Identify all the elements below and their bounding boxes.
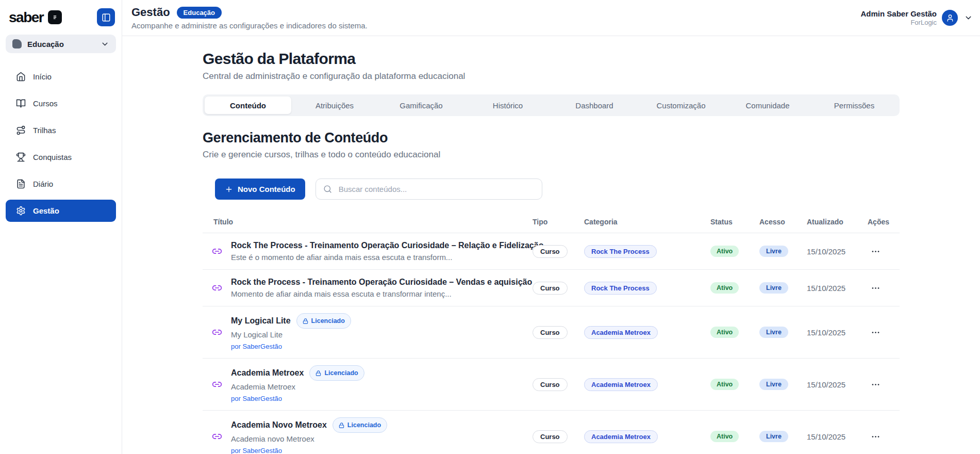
tab-permissoes[interactable]: Permissões — [811, 96, 898, 114]
content-title: Rock The Process - Treinamento Operação … — [231, 240, 543, 251]
content-title: Academia Novo Metroex — [231, 419, 327, 431]
licensed-badge: Licenciado — [333, 417, 387, 433]
sidebar-item-inicio[interactable]: Início — [6, 66, 116, 88]
panel-left-icon — [102, 13, 111, 22]
tab-atribuicoes[interactable]: Atribuições — [291, 96, 378, 114]
tab-conteudo[interactable]: Conteúdo — [205, 96, 291, 114]
header-title: Gestão — [131, 6, 170, 19]
logo-row: saber — [6, 7, 116, 35]
page-title: Gestão da Plataforma — [203, 50, 900, 68]
tab-gamificacao[interactable]: Gamificação — [378, 96, 464, 114]
workspace-label: Educação — [27, 40, 64, 48]
saber-logo-badge-icon — [48, 10, 62, 24]
tab-historico[interactable]: Histórico — [464, 96, 551, 114]
content-author-link[interactable]: por SaberGestão — [231, 342, 351, 351]
sidebar-item-trilhas[interactable]: Trilhas — [6, 119, 116, 141]
access-badge: Livre — [759, 246, 788, 257]
lock-icon — [315, 370, 321, 376]
sidebar-toggle-button[interactable] — [97, 8, 115, 26]
content-title: Rock the Process - Treinamento Operação … — [231, 277, 532, 288]
new-content-button[interactable]: Novo Conteúdo — [215, 179, 305, 200]
updated-date: 15/10/2025 — [807, 432, 868, 441]
workspace-selector[interactable]: Educação — [6, 35, 116, 53]
file-text-icon — [16, 179, 26, 189]
content-table: TítuloTipoCategoriaStatusAcessoAtualizad… — [203, 215, 900, 454]
category-badge[interactable]: Rock The Process — [584, 245, 657, 258]
user-icon — [946, 14, 954, 22]
trophy-icon — [16, 152, 26, 162]
content-author-link[interactable]: por SaberGestão — [231, 446, 387, 454]
row-actions-button[interactable] — [868, 378, 884, 392]
status-badge: Ativo — [710, 327, 739, 338]
section-title: Gerenciamento de Conteúdo — [203, 130, 900, 146]
content-title: My Logical Lite — [231, 315, 291, 327]
access-badge: Livre — [759, 327, 788, 338]
status-badge: Ativo — [710, 431, 739, 442]
access-badge: Livre — [759, 282, 788, 294]
row-actions-button[interactable] — [868, 281, 884, 295]
header-context-badge: Educação — [177, 7, 222, 19]
sidebar-item-gestao[interactable]: Gestão — [6, 200, 116, 222]
main-content: Gestão da Plataforma Central de administ… — [122, 36, 980, 454]
tab-dashboard[interactable]: Dashboard — [551, 96, 638, 114]
user-menu-chevron-down-icon[interactable] — [963, 12, 974, 23]
search-icon — [323, 185, 332, 193]
link-icon — [212, 283, 222, 293]
row-actions-button[interactable] — [868, 430, 884, 444]
route-icon — [16, 125, 26, 135]
table-row[interactable]: Academia Metroex Licenciado Academia Met… — [203, 359, 900, 411]
licensed-badge: Licenciado — [296, 313, 351, 329]
column-header: Tipo — [533, 218, 584, 226]
row-actions-button[interactable] — [868, 326, 884, 339]
updated-date: 15/10/2025 — [807, 247, 868, 256]
column-header: Atualizado — [807, 218, 868, 226]
tab-customizacao[interactable]: Customização — [638, 96, 724, 114]
topbar: Gestão Educação Acompanhe e administre a… — [122, 0, 980, 36]
type-badge: Curso — [533, 430, 568, 443]
link-icon — [212, 327, 222, 337]
category-badge[interactable]: Academia Metroex — [584, 326, 658, 339]
user-name: Admin Saber Gestão — [860, 9, 937, 18]
table-row[interactable]: Rock the Process - Treinamento Operação … — [203, 270, 900, 306]
home-icon — [16, 72, 26, 82]
column-header: Categoria — [584, 218, 710, 226]
link-icon — [212, 431, 222, 442]
tabs-bar: ConteúdoAtribuiçõesGamificaçãoHistóricoD… — [203, 94, 900, 116]
lock-icon — [303, 318, 308, 324]
access-badge: Livre — [759, 431, 788, 442]
link-icon — [212, 246, 222, 256]
plus-icon — [225, 185, 233, 193]
table-row[interactable]: Academia Novo Metroex Licenciado Academi… — [203, 411, 900, 454]
sidebar-item-diario[interactable]: Diário — [6, 173, 116, 195]
content-title: Academia Metroex — [231, 367, 304, 379]
workspace-icon — [12, 39, 22, 48]
table-row[interactable]: My Logical Lite Licenciado My Logical Li… — [203, 306, 900, 359]
sidebar: saber Educação Início Cursos Trilhas Con… — [0, 0, 122, 454]
type-badge: Curso — [533, 378, 568, 391]
ellipsis-icon — [871, 283, 881, 293]
category-badge[interactable]: Academia Metroex — [584, 430, 658, 443]
table-row[interactable]: Rock The Process - Treinamento Operação … — [203, 233, 900, 270]
search-input[interactable] — [338, 184, 535, 194]
column-header: Acesso — [759, 218, 807, 226]
column-header: Status — [710, 218, 759, 226]
ellipsis-icon — [871, 432, 881, 442]
table-header: TítuloTipoCategoriaStatusAcessoAtualizad… — [203, 215, 900, 233]
content-description: My Logical Lite — [231, 329, 351, 340]
sidebar-item-cursos[interactable]: Cursos — [6, 92, 116, 115]
saber-logo: saber — [9, 10, 43, 25]
row-actions-button[interactable] — [868, 245, 884, 258]
sidebar-item-conquistas[interactable]: Conquistas — [6, 146, 116, 168]
licensed-badge: Licenciado — [309, 365, 364, 381]
tab-comunidade[interactable]: Comunidade — [724, 96, 811, 114]
ellipsis-icon — [871, 380, 881, 390]
category-badge[interactable]: Academia Metroex — [584, 378, 658, 391]
content-author-link[interactable]: por SaberGestão — [231, 394, 364, 403]
content-description: Academia Metroex — [231, 381, 364, 392]
column-header: Título — [203, 218, 533, 226]
content-toolbar: Novo Conteúdo — [203, 179, 900, 200]
updated-date: 15/10/2025 — [807, 328, 868, 337]
avatar[interactable] — [942, 10, 958, 26]
category-badge[interactable]: Rock The Process — [584, 282, 657, 295]
sidebar-nav: Início Cursos Trilhas Conquistas Diário … — [6, 66, 116, 222]
